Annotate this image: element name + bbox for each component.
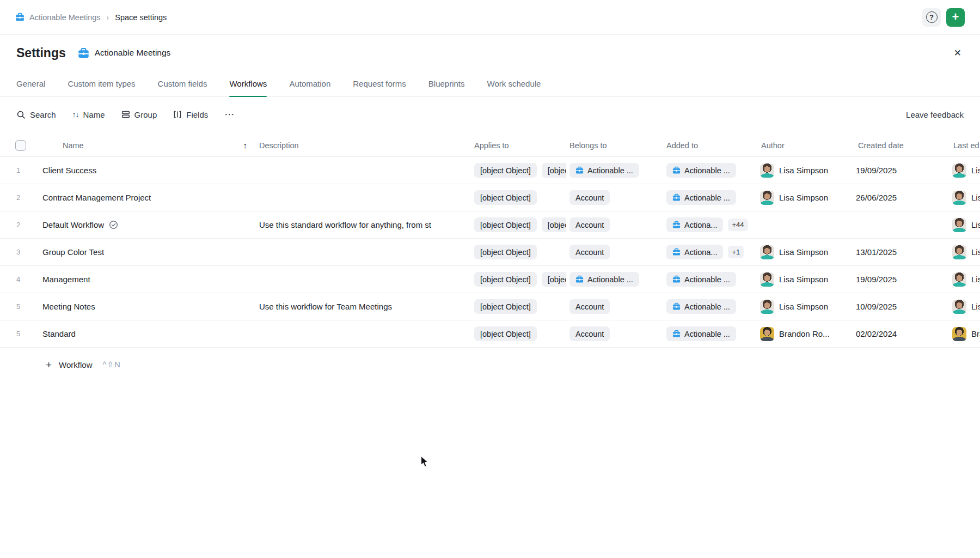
column-header-added-to[interactable]: Added to xyxy=(663,141,758,150)
workflow-name-cell[interactable]: Standard xyxy=(42,329,256,338)
column-header-created-date[interactable]: Created date xyxy=(855,141,950,150)
breadcrumb-page[interactable]: Space settings xyxy=(115,13,167,22)
topbar-actions: ? + xyxy=(922,8,965,27)
close-icon[interactable]: ✕ xyxy=(952,45,964,61)
applies-to-tag[interactable]: [object Object] xyxy=(474,272,537,287)
overflow-count-badge[interactable]: +44 xyxy=(728,219,748,231)
column-header-description[interactable]: Description xyxy=(256,141,471,150)
table-row[interactable]: 1 Client Success [object Object][object … xyxy=(0,157,980,184)
plus-icon: + xyxy=(46,360,52,370)
workflow-description: Use this standard workflow for anything,… xyxy=(256,220,471,229)
global-add-button[interactable]: + xyxy=(946,8,965,27)
group-button[interactable]: Group xyxy=(121,110,157,119)
leave-feedback-link[interactable]: Leave feedback xyxy=(906,110,964,119)
workflow-name-cell[interactable]: Management xyxy=(42,275,256,284)
tab-item[interactable]: Work schedule xyxy=(487,71,541,96)
last-edited-name: Lisa xyxy=(971,193,980,202)
belongs-to-label: Account xyxy=(575,193,604,202)
belongs-to-tag[interactable]: Account xyxy=(569,217,610,232)
column-header-name[interactable]: Name ↑ xyxy=(42,141,256,150)
tab-item[interactable]: Workflows xyxy=(229,71,267,96)
tab-item[interactable]: Automation xyxy=(289,71,330,96)
added-to-tag[interactable]: Actionable ... xyxy=(666,163,736,178)
tab-item[interactable]: Custom fields xyxy=(158,71,207,96)
belongs-to-tag[interactable]: Account xyxy=(569,299,610,314)
belongs-to-tag[interactable]: Account xyxy=(569,326,610,341)
table-row[interactable]: 4 Management [object Object][object Obje… xyxy=(0,266,980,293)
applies-to-tag[interactable]: [object Object] xyxy=(474,217,537,232)
avatar xyxy=(952,272,966,287)
breadcrumb-space[interactable]: Actionable Meetings xyxy=(29,13,101,22)
applies-to-tag[interactable]: [object Object] xyxy=(474,190,537,205)
overflow-count-badge[interactable]: +1 xyxy=(728,246,744,258)
row-number: 3 xyxy=(0,248,42,256)
created-date: 02/02/2024 xyxy=(855,329,950,338)
select-all-cell xyxy=(0,140,42,151)
table-row[interactable]: 5 Standard [object Object] Account xyxy=(0,320,980,348)
space-badge: Actionable Meetings xyxy=(78,47,171,59)
added-to-label: Actionable ... xyxy=(684,302,730,311)
workflow-name-cell[interactable]: Client Success xyxy=(42,166,256,175)
added-to-tag[interactable]: Actionable ... xyxy=(666,326,736,341)
column-header-last-edited[interactable]: Last ed xyxy=(950,141,980,150)
applies-to-tag[interactable]: [object Object] xyxy=(542,272,566,287)
briefcase-icon xyxy=(575,166,584,174)
space-settings-page: Actionable Meetings › Space settings ? +… xyxy=(0,0,980,558)
avatar xyxy=(952,245,966,259)
tab-item[interactable]: General xyxy=(16,71,45,96)
workflow-name-cell[interactable]: Group Color Test xyxy=(42,247,256,257)
sort-asc-icon[interactable]: ↑ xyxy=(243,141,248,150)
help-button[interactable]: ? xyxy=(922,8,941,27)
select-all-checkbox[interactable] xyxy=(15,140,26,151)
applies-to-tag[interactable]: [object Object] xyxy=(542,217,566,232)
tab-item[interactable]: Custom item types xyxy=(68,71,135,96)
last-edited-name: Lisa xyxy=(971,247,980,257)
added-to-tag[interactable]: Actionable ... xyxy=(666,272,736,287)
author-cell: Lisa Simpson xyxy=(758,300,855,314)
search-button[interactable]: Search xyxy=(16,110,56,119)
applies-to-cell: [object Object] xyxy=(471,190,566,205)
belongs-to-tag[interactable]: Actionable ... xyxy=(569,272,639,287)
tab-item[interactable]: Request forms xyxy=(353,71,406,96)
belongs-to-cell: Account xyxy=(566,326,663,341)
search-icon xyxy=(16,110,26,119)
tab-label: Request forms xyxy=(353,79,406,88)
table-row[interactable]: 2 Contract Management Project [object Ob… xyxy=(0,184,980,211)
applies-to-tag[interactable]: [object Object] xyxy=(474,299,537,314)
author-cell: Lisa Simpson xyxy=(758,245,855,259)
table-row[interactable]: 3 Group Color Test [object Object] Accou… xyxy=(0,239,980,266)
belongs-to-tag[interactable]: Account xyxy=(569,245,610,259)
workflow-name-cell[interactable]: Meeting Notes xyxy=(42,302,256,311)
column-label: Name xyxy=(63,141,84,150)
last-edited-name: Lisa xyxy=(971,166,980,175)
tab-item[interactable]: Blueprints xyxy=(428,71,465,96)
applies-to-tag[interactable]: [object Object] xyxy=(542,163,566,178)
added-to-tag[interactable]: Actionable ... xyxy=(666,190,736,205)
tab-label: Custom item types xyxy=(68,79,135,88)
applies-to-tag[interactable]: [object Object] xyxy=(474,245,537,259)
added-to-tag[interactable]: Actiona... xyxy=(666,217,723,232)
column-header-belongs-to[interactable]: Belongs to xyxy=(566,141,663,150)
belongs-to-tag[interactable]: Account xyxy=(569,190,610,205)
applies-to-tag[interactable]: [object Object] xyxy=(474,326,537,341)
fields-button[interactable]: Fields xyxy=(173,110,208,119)
table-row[interactable]: 5 Meeting Notes Use this workflow for Te… xyxy=(0,293,980,320)
added-to-tag[interactable]: Actiona... xyxy=(666,245,723,259)
workflow-name-cell[interactable]: Contract Management Project xyxy=(42,193,256,202)
more-options-icon[interactable]: ⋯ xyxy=(224,108,235,120)
applies-to-tag[interactable]: [object Object] xyxy=(474,163,537,178)
sort-button[interactable]: ↑↓ Name xyxy=(72,110,105,119)
author-name: Brandon Ro... xyxy=(779,329,830,338)
add-workflow-button[interactable]: + Workflow ^⇧N xyxy=(46,353,121,376)
tab-label: General xyxy=(16,79,45,88)
table-row[interactable]: 2 Default Workflow Use this standard wor… xyxy=(0,211,980,239)
space-badge-label: Actionable Meetings xyxy=(95,48,171,58)
belongs-to-tag[interactable]: Actionable ... xyxy=(569,163,639,178)
belongs-to-cell: Actionable ... xyxy=(566,163,663,178)
column-header-applies-to[interactable]: Applies to xyxy=(471,141,566,150)
column-header-author[interactable]: Author xyxy=(758,141,855,150)
added-to-tag[interactable]: Actionable ... xyxy=(666,299,736,314)
workflow-name-cell[interactable]: Default Workflow xyxy=(42,220,256,229)
briefcase-icon xyxy=(672,248,681,256)
applies-to-cell: [object Object][object Object] xyxy=(471,272,566,287)
